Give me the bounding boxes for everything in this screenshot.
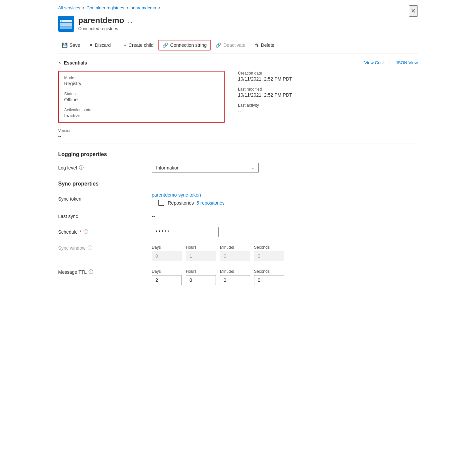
save-button[interactable]: 💾 Save (58, 40, 84, 50)
ttl-minutes-label: Minutes (220, 269, 250, 274)
discard-button[interactable]: ✕ Discard (85, 40, 114, 50)
delete-icon: 🗑 (254, 42, 259, 48)
status-label: Status (64, 92, 219, 96)
essentials-header: ∧ Essentials View Cost | JSON View (58, 60, 418, 66)
creation-date-label: Creation date (238, 71, 418, 76)
json-view-link[interactable]: JSON View (396, 60, 418, 66)
last-sync-label: Last sync (58, 214, 152, 219)
last-activity-label: Last activity (238, 103, 418, 108)
schedule-label: Schedule * ⓘ (58, 229, 152, 235)
essentials-title: Essentials (64, 60, 87, 66)
create-child-button[interactable]: + Create child (120, 40, 157, 50)
view-cost-link[interactable]: View Cost (364, 60, 384, 66)
ttl-days-group: Days (152, 269, 182, 285)
essentials-actions: View Cost | JSON View (364, 60, 418, 66)
ttl-hours-label: Hours (186, 269, 216, 274)
creation-date-field: Creation date 10/11/2021, 2:52 PM PDT (238, 71, 418, 82)
ttl-hours-input[interactable] (186, 275, 216, 285)
ttl-minutes-input[interactable] (220, 275, 250, 285)
sync-window-minutes-label: Minutes (220, 245, 250, 250)
message-ttl-row: Message TTL ⓘ Days Hours Minutes Seconds (58, 269, 418, 285)
schedule-row: Schedule * ⓘ (58, 227, 418, 237)
essentials-left-panel: Mode Registry Status Offline Activation … (58, 71, 225, 123)
sync-window-days-group: Days (152, 245, 182, 261)
mode-field: Mode Registry (64, 76, 219, 86)
repositories-label: Repositories (168, 200, 194, 206)
header-title-group: parentdemo Connected registries (78, 16, 124, 31)
sync-window-seconds-group: Seconds (254, 245, 284, 261)
breadcrumb-sep-3: > (158, 6, 160, 10)
ttl-seconds-label: Seconds (254, 269, 284, 274)
sync-token-value-group: parentdemo-sync-token Repositories 5 rep… (152, 192, 418, 206)
log-level-control: Information ⌄ (152, 163, 418, 173)
essentials-grid: Mode Registry Status Offline Activation … (58, 71, 418, 123)
essentials-right-panel: Creation date 10/11/2021, 2:52 PM PDT La… (238, 71, 418, 123)
version-value: -- (58, 134, 418, 139)
sync-window-days-label: Days (152, 245, 182, 250)
last-modified-label: Last modified (238, 87, 418, 92)
activation-status-label: Activation status (64, 108, 219, 112)
breadcrumb-onpremdemo[interactable]: onpremdemo (131, 5, 156, 10)
svg-point-6 (61, 27, 62, 28)
deactivate-button[interactable]: 🔗 Deactivate (212, 40, 249, 50)
mode-label: Mode (64, 76, 219, 80)
repositories-row: Repositories 5 repositories (152, 200, 418, 206)
last-activity-field: Last activity -- (238, 103, 418, 114)
sync-properties-section: Sync properties Sync token parentdemo-sy… (58, 181, 418, 285)
sync-window-hours-label: Hours (186, 245, 216, 250)
ttl-days-input[interactable] (152, 275, 182, 285)
sync-token-label: Sync token (58, 196, 152, 202)
logging-properties-title: Logging properties (58, 151, 418, 157)
sync-window-days-input (152, 251, 182, 261)
sync-token-row: Sync token parentdemo-sync-token Reposit… (58, 192, 418, 206)
header-ellipsis-button[interactable]: ... (127, 18, 132, 25)
breadcrumb-container-registries[interactable]: Container registries (87, 5, 124, 10)
sync-window-label: Sync window ⓘ (58, 245, 152, 251)
save-icon: 💾 (62, 42, 68, 48)
page-title: parentdemo (78, 16, 124, 25)
sync-window-hours-group: Hours (186, 245, 216, 261)
connection-string-button[interactable]: 🔗 Connection string (158, 40, 211, 50)
essentials-section: ∧ Essentials View Cost | JSON View Mode … (58, 60, 418, 143)
ttl-hours-group: Hours (186, 269, 216, 285)
activation-status-field: Activation status Inactive (64, 108, 219, 118)
discard-icon: ✕ (89, 42, 93, 48)
sync-window-info-icon[interactable]: ⓘ (88, 245, 92, 251)
page-header: parentdemo Connected registries ... (58, 16, 418, 32)
sync-window-minutes-input (220, 251, 250, 261)
schedule-control (152, 227, 418, 237)
breadcrumb-all-services[interactable]: All services (58, 5, 80, 10)
repositories-link[interactable]: 5 repositories (197, 200, 225, 206)
ttl-days-label: Days (152, 269, 182, 274)
version-label: Version (58, 128, 418, 133)
breadcrumb: All services > Container registries > on… (58, 5, 418, 10)
deactivate-icon: 🔗 (216, 42, 221, 48)
ttl-seconds-input[interactable] (254, 275, 284, 285)
registry-icon (58, 16, 74, 32)
schedule-required-mark: * (80, 229, 81, 235)
status-value: Offline (64, 97, 219, 102)
sync-window-seconds-label: Seconds (254, 245, 284, 250)
schedule-info-icon[interactable]: ⓘ (84, 229, 88, 235)
log-level-select[interactable]: Information ⌄ (152, 163, 259, 173)
message-ttl-inputs: Days Hours Minutes Seconds (152, 269, 284, 285)
mode-value: Registry (64, 81, 219, 86)
last-sync-value: -- (152, 214, 155, 219)
log-level-info-icon[interactable]: ⓘ (79, 165, 84, 171)
connection-string-icon: 🔗 (162, 42, 168, 48)
sync-window-seconds-input (254, 251, 284, 261)
message-ttl-label: Message TTL ⓘ (58, 269, 152, 275)
sync-token-link[interactable]: parentdemo-sync-token (152, 192, 418, 198)
svg-point-4 (61, 20, 62, 22)
toolbar-separator-1 (117, 41, 117, 49)
message-ttl-info-icon[interactable]: ⓘ (89, 269, 93, 275)
log-level-selected-value: Information (156, 165, 180, 170)
ttl-seconds-group: Seconds (254, 269, 284, 285)
schedule-input[interactable] (152, 227, 219, 237)
sync-window-minutes-group: Minutes (220, 245, 250, 261)
close-button[interactable]: ✕ (409, 5, 418, 17)
breadcrumb-sep-1: > (82, 6, 85, 10)
last-modified-value: 10/11/2021, 2:52 PM PDT (238, 92, 418, 98)
essentials-collapse-icon[interactable]: ∧ (58, 61, 61, 65)
delete-button[interactable]: 🗑 Delete (250, 40, 278, 50)
